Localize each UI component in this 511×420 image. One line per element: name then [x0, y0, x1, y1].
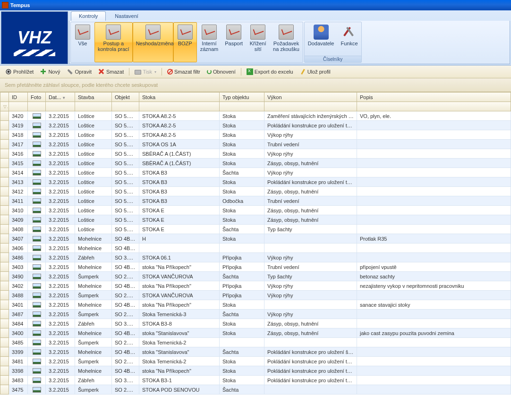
filter-typ[interactable] — [220, 102, 264, 111]
group-by-hint[interactable]: Sem přetáhněte záhlaví sloupce, podle kt… — [0, 78, 511, 92]
filter-objekt[interactable] — [112, 102, 139, 111]
cell-foto[interactable] — [28, 366, 46, 376]
ribbon-btn-0[interactable]: Vše — [71, 22, 94, 62]
table-row[interactable]: 34833.2.2015ZábřehSO 3.010STOKA B3-1Stok… — [0, 376, 511, 385]
table-row[interactable]: 34113.2.2015LošticeSO 5.002STOKA B3Odboč… — [0, 196, 511, 206]
filter-dat[interactable] — [46, 102, 75, 111]
cell-foto[interactable] — [28, 319, 46, 328]
col-id[interactable]: ID — [9, 92, 28, 102]
row-header[interactable] — [0, 177, 9, 187]
table-row[interactable]: 33983.2.2015MohelniceSO 4B.003stoka "Na … — [0, 366, 511, 376]
row-header[interactable] — [0, 310, 9, 319]
filter-vykon[interactable] — [264, 102, 357, 111]
cell-foto[interactable] — [28, 300, 46, 310]
table-row[interactable]: 34883.2.2015ŠumperkSO 2.003STOKA VANČURO… — [0, 291, 511, 300]
row-header[interactable] — [0, 253, 9, 262]
table-row[interactable]: 34863.2.2015ZábřehSO 3.006STOKA 06.1Příp… — [0, 253, 511, 262]
col-typ[interactable]: Typ objektu — [220, 92, 264, 102]
table-row[interactable]: 34753.2.2015ŠumperkSO 2.006STOKA POD SEN… — [0, 385, 511, 395]
cell-foto[interactable] — [28, 291, 46, 300]
cell-foto[interactable] — [28, 244, 46, 253]
tab-kontroly[interactable]: Kontroly — [71, 11, 106, 21]
col-stavba[interactable]: Stavba — [75, 92, 112, 102]
cell-foto[interactable] — [28, 357, 46, 366]
table-row[interactable]: 34143.2.2015LošticeSO 5.002STOKA B3Šacht… — [0, 168, 511, 177]
cell-foto[interactable] — [28, 253, 46, 262]
row-header[interactable] — [0, 149, 9, 159]
row-header[interactable] — [0, 244, 9, 253]
tab-nastaveni[interactable]: Nastavení — [107, 11, 146, 21]
row-header[interactable] — [0, 130, 9, 140]
cell-foto[interactable] — [28, 262, 46, 272]
row-header[interactable] — [0, 121, 9, 130]
cell-foto[interactable] — [28, 196, 46, 206]
ribbon-btn-7[interactable]: Požadavekna zkoušku — [270, 22, 303, 62]
col-objekt[interactable]: Objekt — [112, 92, 139, 102]
table-row[interactable]: 34013.2.2015MohelniceSO 4B.003stoka "Na … — [0, 300, 511, 310]
btn-uloz-profil[interactable]: Ulož profil — [298, 67, 333, 76]
col-foto[interactable]: Foto — [28, 92, 46, 102]
table-row[interactable]: 34033.2.2015MohelniceSO 4B.003stoka "Na … — [0, 262, 511, 272]
cell-foto[interactable] — [28, 338, 46, 347]
ribbon-btn2-1[interactable]: Funkce — [337, 22, 361, 56]
table-row[interactable]: 34003.2.2015MohelniceSO 4B.003stoka "Sta… — [0, 328, 511, 338]
filter-id[interactable] — [9, 102, 28, 111]
col-dat[interactable]: Dat...▼ — [46, 92, 75, 102]
cell-foto[interactable] — [28, 376, 46, 385]
filter-stoka[interactable] — [139, 102, 220, 111]
table-row[interactable]: 34183.2.2015LošticeSO 5.004STOKA A8.2-5S… — [0, 130, 511, 140]
table-row[interactable]: 34093.2.2015LošticeSO 5.006STOKA EStokaZ… — [0, 215, 511, 225]
ribbon-btn2-0[interactable]: Dodavatele — [305, 22, 338, 56]
ribbon-btn-2[interactable]: Neshoda/změna — [133, 22, 173, 62]
cell-foto[interactable] — [28, 168, 46, 177]
ribbon-btn-4[interactable]: Internízáznam — [197, 22, 222, 62]
row-header[interactable] — [0, 206, 9, 215]
table-row[interactable]: 33993.2.2015MohelniceSO 4B.003stoka "Sta… — [0, 347, 511, 357]
cell-foto[interactable] — [28, 130, 46, 140]
cell-foto[interactable] — [28, 347, 46, 357]
cell-foto[interactable] — [28, 149, 46, 159]
table-row[interactable]: 34023.2.2015MohelniceSO 4B.003stoka "Na … — [0, 281, 511, 291]
cell-foto[interactable] — [28, 140, 46, 149]
cell-foto[interactable] — [28, 310, 46, 319]
cell-foto[interactable] — [28, 328, 46, 338]
btn-prohlizet[interactable]: Prohlížet — [3, 67, 36, 76]
btn-opravit[interactable]: Opravit — [64, 67, 94, 76]
cell-foto[interactable] — [28, 281, 46, 291]
row-header[interactable] — [0, 168, 9, 177]
btn-smazat-filtr[interactable]: Smazat filtr — [165, 67, 203, 76]
table-row[interactable]: 34873.2.2015ŠumperkSO 2.002Stoka Temenic… — [0, 310, 511, 319]
table-row[interactable]: 34103.2.2015LošticeSO 5.006STOKA EStokaZ… — [0, 206, 511, 215]
cell-foto[interactable] — [28, 121, 46, 130]
row-header[interactable] — [0, 366, 9, 376]
cell-foto[interactable] — [28, 272, 46, 281]
table-row[interactable]: 34133.2.2015LošticeSO 5.002STOKA B3Stoka… — [0, 177, 511, 187]
table-row[interactable]: 34843.2.2015ZábřehSO 3.010STOKA B3-8Stok… — [0, 319, 511, 328]
row-header[interactable] — [0, 347, 9, 357]
filter-foto[interactable] — [28, 102, 46, 111]
table-row[interactable]: 34063.2.2015MohelniceSO 4B.012 — [0, 244, 511, 253]
row-header[interactable] — [0, 140, 9, 149]
btn-tisk[interactable]: Tisk▾ — [132, 67, 159, 76]
ribbon-btn-5[interactable]: Pasport — [221, 22, 246, 62]
cell-foto[interactable] — [28, 177, 46, 187]
btn-obnoveni[interactable]: Obnovení — [204, 67, 238, 76]
row-header[interactable] — [0, 338, 9, 347]
ribbon-btn-6[interactable]: Kříženísítí — [246, 22, 270, 62]
cell-foto[interactable] — [28, 234, 46, 244]
cell-foto[interactable] — [28, 225, 46, 234]
row-header[interactable] — [0, 385, 9, 395]
cell-foto[interactable] — [28, 206, 46, 215]
row-header[interactable] — [0, 215, 9, 225]
col-popis[interactable]: Popis — [357, 92, 511, 102]
col-stoka[interactable]: Stoka — [139, 92, 220, 102]
row-header[interactable] — [0, 357, 9, 366]
table-row[interactable]: 34163.2.2015LošticeSO 5.001SBĚRAČ A (1.Č… — [0, 149, 511, 159]
row-header[interactable] — [0, 300, 9, 310]
row-header[interactable] — [0, 196, 9, 206]
row-header[interactable] — [0, 272, 9, 281]
cell-foto[interactable] — [28, 159, 46, 168]
table-row[interactable]: 34083.2.2015LošticeSO 5.006STOKA EŠachta… — [0, 225, 511, 234]
data-grid[interactable]: ID Foto Dat...▼ Stavba Objekt Stoka Typ … — [0, 92, 511, 395]
table-row[interactable]: 34173.2.2015LošticeSO 5.001STOKA OS 1ASt… — [0, 140, 511, 149]
